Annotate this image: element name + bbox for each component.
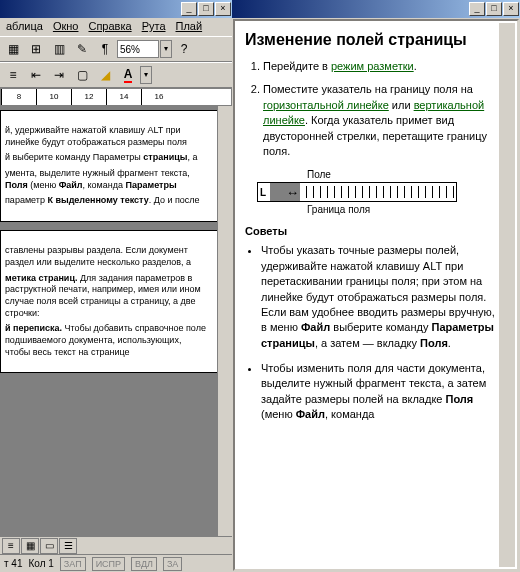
help-pane: Изменение полей страницы Перейдите в реж… [233,19,519,571]
menu-play[interactable]: Плай [172,19,207,35]
document-area: й, удерживайте нажатой клавишу ALT при л… [0,106,232,536]
view-buttons-bar: ≡ ▦ ▭ ☰ [0,536,232,554]
help-close-button[interactable]: × [503,2,519,16]
menu-bar: аблица Окно Справка Рута Плай [0,18,232,36]
borders-icon[interactable]: ▢ [71,64,93,86]
table-grid-icon[interactable]: ⊞ [25,38,47,60]
layout-mode-link[interactable]: режим разметки [331,60,414,72]
toolbar-2: ≡ ⇤ ⇥ ▢ ◢ A ▾ [0,62,232,88]
help-maximize-button[interactable]: □ [486,2,502,16]
horizontal-ruler-link[interactable]: горизонтальной линейке [263,99,389,111]
menu-help[interactable]: Справка [84,19,135,35]
bullets-icon[interactable]: ≡ [2,64,24,86]
help-title: Изменение полей страницы [245,31,495,49]
close-button[interactable]: × [215,2,231,16]
columns-icon[interactable]: ▥ [48,38,70,60]
normal-view-icon[interactable]: ≡ [2,538,20,554]
status-ispr: ИСПР [92,557,125,571]
ruler-illustration: Поле L ↔ Граница поля [257,169,457,215]
status-bar: т 41 Кол 1 ЗАП ИСПР ВДЛ ЗА [0,554,232,572]
horizontal-ruler[interactable]: 8 10 12 14 16 [0,88,232,106]
status-page: т 41 [4,558,22,569]
zoom-field[interactable]: 56% [117,40,159,58]
page-2[interactable]: ставлены разрывы раздела. Если документ … [0,230,218,373]
page-1[interactable]: й, удерживайте нажатой клавишу ALT при л… [0,110,218,222]
print-view-icon[interactable]: ▭ [40,538,58,554]
double-arrow-icon: ↔ [286,185,299,200]
drawing-icon[interactable]: ✎ [71,38,93,60]
font-color-icon[interactable]: A [117,64,139,86]
help-scrollbar[interactable] [499,23,515,567]
maximize-button[interactable]: □ [198,2,214,16]
indent-in-icon[interactable]: ⇥ [48,64,70,86]
help-step-2: Поместите указатель на границу поля на г… [263,82,495,159]
tip-1: Чтобы указать точные размеры полей, удер… [261,243,495,351]
show-formatting-icon[interactable]: ¶ [94,38,116,60]
help-step-1: Перейдите в режим разметки. [263,59,495,74]
tip-2: Чтобы изменить поля для части документа,… [261,361,495,423]
zoom-dropdown[interactable]: ▾ [160,40,172,58]
tips-heading: Советы [245,225,495,237]
toolbar-1: ▦ ⊞ ▥ ✎ ¶ 56% ▾ ? [0,36,232,62]
help-icon[interactable]: ? [173,38,195,60]
status-rec: ЗАП [60,557,86,571]
menu-window[interactable]: Окно [49,19,83,35]
menu-table[interactable]: аблица [2,19,47,35]
highlight-icon[interactable]: ◢ [94,64,116,86]
vertical-scrollbar[interactable] [217,106,232,536]
web-view-icon[interactable]: ▦ [21,538,39,554]
status-vdl: ВДЛ [131,557,157,571]
indent-out-icon[interactable]: ⇤ [25,64,47,86]
tab-stop-icon: L [260,187,266,198]
menu-ruta[interactable]: Рута [138,19,170,35]
table-icon[interactable]: ▦ [2,38,24,60]
minimize-button[interactable]: _ [181,2,197,16]
status-col: Кол 1 [28,558,53,569]
help-minimize-button[interactable]: _ [469,2,485,16]
font-color-dropdown[interactable]: ▾ [140,66,152,84]
status-za: ЗА [163,557,182,571]
outline-view-icon[interactable]: ☰ [59,538,77,554]
